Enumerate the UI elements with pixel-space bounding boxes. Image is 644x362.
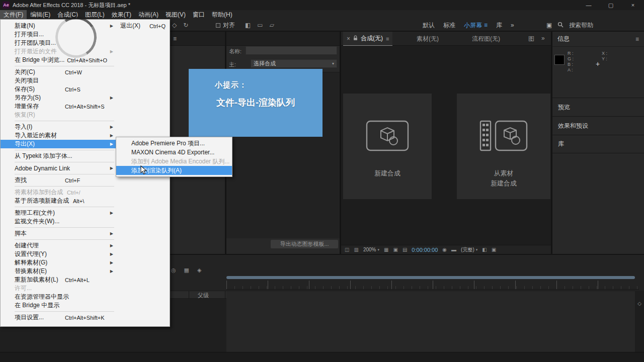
menubar-item[interactable]: 帮助(H) [208, 10, 236, 19]
file-menu-item[interactable]: 另存为(S)▶ [1, 94, 116, 102]
menubar-item[interactable]: 编辑(E) [27, 10, 54, 19]
zoom-select[interactable]: 200%▾ [363, 247, 379, 252]
viewer-toolbar-icon[interactable]: ▣ [393, 247, 397, 252]
timeline-toolbar-icon[interactable]: ◈ [197, 267, 201, 274]
timeline-toolbar-icon[interactable]: ▦ [184, 267, 189, 274]
export-submenu-item[interactable]: Adobe Premiere Pro 项目... [116, 139, 232, 148]
close-button[interactable]: × [622, 0, 644, 10]
file-menu-item[interactable]: 查找Ctrl+F [1, 176, 116, 185]
file-menu-item[interactable]: 创建代理▶ [1, 241, 116, 250]
tab-graph[interactable]: 图 [528, 32, 534, 46]
menubar-item[interactable]: 视图(V) [162, 10, 189, 19]
file-menu-item[interactable]: 重新加载素材(L)Ctrl+Alt+L [1, 276, 116, 284]
panel-menu-icon[interactable]: ≡ [386, 36, 389, 42]
file-menu-item[interactable]: 导入(I)▶ [1, 123, 116, 131]
column-divider [225, 291, 225, 299]
export-submenu-item[interactable]: 添加到渲染队列(A) [116, 166, 232, 175]
new-composition-card[interactable]: 新建合成 [343, 94, 432, 199]
viewer-toolbar-icon[interactable]: ◫ [345, 247, 349, 252]
viewer-timecode[interactable]: 0:00:00:00 [412, 247, 438, 253]
workspace-overflow-icon[interactable]: » [511, 22, 514, 29]
close-icon[interactable]: × [347, 35, 350, 42]
file-menu-item[interactable]: 项目设置...Ctrl+Alt+Shift+K [1, 313, 116, 322]
help-search-input[interactable]: 搜索帮助 [569, 21, 593, 30]
tab-footage[interactable]: 素材(无) [417, 32, 439, 46]
file-menu-item[interactable]: 从 Typekit 添加字体... [1, 152, 116, 160]
file-menu-item[interactable]: 关闭(C)Ctrl+W [1, 68, 116, 76]
timeline-zoom-scrollbar[interactable] [226, 276, 635, 279]
workspace-switcher-icon[interactable]: ▣ [546, 22, 552, 29]
tab-flowchart[interactable]: 流程图(无) [472, 32, 500, 46]
snap-toggle[interactable]: 对齐 [216, 19, 235, 31]
workspace-tab[interactable]: 标准 [443, 21, 455, 30]
menubar-item[interactable]: 图层(L) [82, 10, 108, 19]
workspace-tab[interactable]: 默认 [423, 21, 435, 30]
tab-label: 图 [528, 35, 534, 43]
file-menu-item[interactable]: 导出(X)▶ [1, 140, 116, 148]
menu-separator [15, 227, 114, 228]
viewer-toolbar-icon[interactable]: ▤ [403, 247, 407, 252]
file-menu-item[interactable]: 增量保存Ctrl+Alt+Shift+S [1, 102, 116, 111]
file-menu-item[interactable]: 关闭项目 [1, 76, 116, 85]
graph-editor-icon[interactable]: ◇ [637, 301, 641, 306]
export-submenu-item[interactable]: MAXON Cinema 4D Exporter... [116, 148, 232, 157]
snap-checkbox[interactable] [216, 23, 220, 28]
panel-menu-icon[interactable]: ≡ [173, 35, 177, 42]
submenu-arrow-icon: ▶ [110, 133, 113, 138]
collapsed-panel-library[interactable]: 库 [552, 135, 644, 153]
tool-icon[interactable]: ↻ [183, 22, 188, 29]
new-comp-from-footage-card[interactable]: 从素材 新建合成 [457, 94, 550, 199]
viewer-toolbar-icon[interactable]: ▦ [384, 247, 388, 252]
name-input[interactable] [246, 46, 337, 55]
resolution-select[interactable]: (完整)▾ [461, 246, 477, 253]
file-menu-item[interactable]: 在 Bridge 中显示 [1, 301, 116, 310]
workspace-tab-label: 标准 [443, 21, 455, 30]
tool-icon[interactable]: ▭ [257, 22, 263, 29]
composition-select[interactable]: 选择合成 ▾ [251, 59, 337, 68]
workspace-tab[interactable]: 小屏幕≡ [464, 21, 488, 30]
file-menu-item[interactable]: 导入最近的素材▶ [1, 131, 116, 140]
menu-item-shortcut: Ctrl+Alt+L [65, 277, 90, 283]
tool-icon[interactable]: ◇ [172, 22, 177, 29]
menu-item-label: 将素材添加到合成 [15, 188, 67, 197]
minimize-button[interactable]: — [578, 0, 600, 10]
menubar-item[interactable]: 效果(T) [108, 10, 135, 19]
file-menu-item[interactable]: 在资源管理器中显示 [1, 293, 116, 301]
tab-composition[interactable]: × 合成(无) ≡ [343, 32, 392, 46]
tool-icon[interactable]: ◧ [245, 22, 251, 29]
chevron-down-icon: ▾ [476, 248, 478, 252]
viewer-toolbar-icon[interactable]: ▬ [451, 247, 456, 252]
file-menu-item[interactable]: 在 Bridge 中浏览...Ctrl+Alt+Shift+O [1, 56, 116, 64]
menubar-item[interactable]: 窗口 [189, 10, 208, 19]
file-menu-item[interactable]: 脚本▶ [1, 229, 116, 238]
tab-label: 流程图(无) [472, 35, 500, 43]
viewer-toolbar-icon[interactable]: ▣ [492, 247, 496, 252]
file-menu-item[interactable]: 替换素材(E)▶ [1, 267, 116, 276]
tab-overflow-icon[interactable]: » [541, 35, 545, 42]
file-menu-item[interactable]: Adobe Dynamic Link▶ [1, 164, 116, 172]
file-menu-item[interactable]: 基于所选项新建合成Alt+\ [1, 197, 116, 205]
export-motion-template-button[interactable]: 导出动态图形模板... [271, 240, 338, 248]
file-menu-item[interactable]: 监视文件夹(W)... [1, 217, 116, 226]
tool-icon[interactable]: ▱ [270, 22, 274, 29]
viewer-toolbar-icon[interactable]: ◉ [442, 247, 447, 252]
file-menu-item-exit[interactable]: 退出(X) Ctrl+Q [116, 22, 170, 30]
file-menu-item[interactable]: 整理工程(文件)▶ [1, 209, 116, 217]
file-menu-item[interactable]: 保存(S)Ctrl+S [1, 85, 116, 94]
file-menu-item[interactable]: 解释素材(G)▶ [1, 258, 116, 267]
timeline-toolbar-icon[interactable]: ◎ [171, 267, 176, 274]
menu-separator [15, 186, 114, 187]
menubar-item[interactable]: 文件(F) [0, 10, 27, 19]
menubar-item[interactable]: 动画(A) [135, 10, 162, 19]
new-comp-from-footage-label: 从素材 新建合成 [491, 168, 517, 189]
viewer-toolbar-icon[interactable]: ▥ [354, 247, 358, 252]
maximize-button[interactable]: ▢ [600, 0, 622, 10]
file-menu-item[interactable]: 设置代理(Y)▶ [1, 250, 116, 258]
timeline-ruler[interactable] [226, 281, 639, 290]
timeline-track-area[interactable] [226, 291, 635, 354]
collapsed-panel-preview[interactable]: 预览 [552, 98, 644, 116]
panel-menu-icon[interactable]: ≡ [635, 36, 639, 43]
collapsed-panel-effects-presets[interactable]: 效果和预设 [552, 116, 644, 135]
viewer-toolbar-icon[interactable]: ◧ [482, 247, 487, 252]
workspace-tab[interactable]: 库 [496, 21, 502, 30]
